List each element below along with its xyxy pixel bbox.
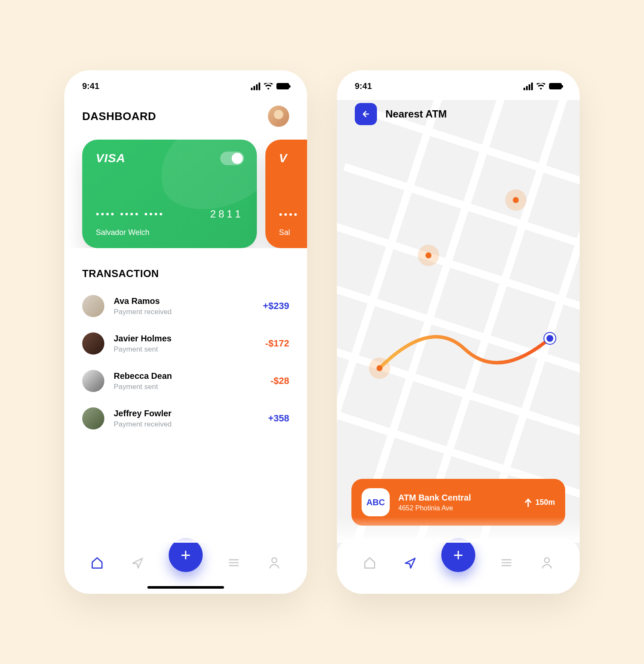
tab-profile[interactable] xyxy=(265,553,284,572)
payment-card-secondary[interactable]: V •••• Sal xyxy=(265,140,307,248)
cards-carousel[interactable]: VISA •••• •••• •••• 2811 Salvador Welch … xyxy=(64,140,307,248)
transaction-avatar xyxy=(82,407,104,429)
page-title: Nearest ATM xyxy=(385,108,447,120)
atm-pin[interactable] xyxy=(369,358,390,379)
page-title: DASHBOARD xyxy=(82,110,156,123)
nearest-atm-screen: 9:41 Nearest ATM ABC ATM Bank Central 46… xyxy=(337,70,580,594)
payment-card-primary[interactable]: VISA •••• •••• •••• 2811 Salvador Welch xyxy=(82,140,257,248)
transaction-amount: -$172 xyxy=(265,338,289,349)
status-bar: 9:41 xyxy=(64,70,307,95)
tab-navigate[interactable] xyxy=(128,553,147,572)
atm-header: Nearest ATM xyxy=(337,95,580,134)
transaction-row[interactable]: Rebecca Dean Payment sent -$28 xyxy=(82,362,289,400)
dashboard-header: DASHBOARD xyxy=(64,95,307,140)
navigate-icon xyxy=(403,556,417,570)
transaction-avatar xyxy=(82,370,104,392)
signal-icon xyxy=(523,83,533,90)
transaction-row[interactable]: Javier Holmes Payment sent -$172 xyxy=(82,325,289,362)
transaction-name: Javier Holmes xyxy=(114,334,256,343)
transactions-title: TRANSACTION xyxy=(64,248,307,287)
plus-icon: + xyxy=(181,547,190,564)
transaction-name: Ava Ramos xyxy=(114,296,253,306)
transaction-avatar xyxy=(82,332,104,355)
transaction-row[interactable]: Ava Ramos Payment received +$239 xyxy=(82,287,289,325)
atm-distance-value: 150m xyxy=(535,498,555,507)
atm-distance: 150m xyxy=(524,498,555,507)
status-time: 9:41 xyxy=(355,81,372,91)
profile-avatar[interactable] xyxy=(268,106,289,127)
transaction-subtitle: Payment sent xyxy=(114,383,261,391)
home-icon xyxy=(363,556,377,570)
transaction-amount: +$239 xyxy=(263,301,289,312)
atm-pin[interactable] xyxy=(505,189,526,211)
transaction-amount: +358 xyxy=(268,413,289,424)
arrow-up-icon xyxy=(524,498,532,507)
status-bar: 9:41 xyxy=(337,70,580,95)
card-holder-name-partial: Sal xyxy=(279,228,290,237)
profile-icon xyxy=(540,556,554,570)
wifi-icon xyxy=(536,83,546,90)
transaction-name: Rebecca Dean xyxy=(114,371,261,381)
signal-icon xyxy=(251,83,260,90)
transaction-subtitle: Payment sent xyxy=(114,345,256,354)
navigate-icon xyxy=(131,556,144,570)
status-icons xyxy=(251,83,289,90)
tab-menu[interactable] xyxy=(497,553,516,572)
transaction-name: Jeffrey Fowler xyxy=(114,409,259,418)
status-icons xyxy=(523,83,562,90)
tab-profile[interactable] xyxy=(538,553,556,572)
atm-address: 4652 Photinia Ave xyxy=(398,504,516,512)
user-location-pin xyxy=(544,333,555,344)
svg-point-11 xyxy=(544,558,549,563)
tab-bar: + xyxy=(64,538,307,594)
home-icon xyxy=(90,556,104,570)
transaction-subtitle: Payment received xyxy=(114,420,259,429)
atm-pin[interactable] xyxy=(418,245,439,266)
card-number-masked: •••• •••• •••• xyxy=(96,209,164,220)
card-number: •••• xyxy=(279,209,307,220)
plus-icon: + xyxy=(453,547,463,564)
atm-name: ATM Bank Central xyxy=(398,493,516,503)
tab-menu[interactable] xyxy=(224,553,243,572)
card-holder-name: Salvador Welch xyxy=(96,228,150,237)
dashboard-screen: 9:41 DASHBOARD VISA •••• •••• •••• 2811 … xyxy=(64,70,307,594)
add-button[interactable]: + xyxy=(169,538,203,572)
transaction-row[interactable]: Jeffrey Fowler Payment received +358 xyxy=(82,400,289,437)
transaction-avatar xyxy=(82,295,104,317)
atm-badge: ABC xyxy=(362,488,390,516)
card-toggle[interactable] xyxy=(220,152,244,165)
home-indicator xyxy=(147,586,224,589)
transaction-amount: -$28 xyxy=(270,375,289,386)
card-brand-logo: V xyxy=(279,152,307,165)
battery-icon xyxy=(276,83,289,89)
card-number: •••• •••• •••• 2811 xyxy=(96,208,243,220)
back-button[interactable] xyxy=(355,103,377,125)
card-number-last4: 2811 xyxy=(210,208,243,220)
menu-icon xyxy=(227,556,241,570)
atm-info-card[interactable]: ABC ATM Bank Central 4652 Photinia Ave 1… xyxy=(351,479,565,526)
tab-navigate[interactable] xyxy=(401,553,420,572)
transaction-subtitle: Payment received xyxy=(114,308,253,316)
transactions-list: Ava Ramos Payment received +$239 Javier … xyxy=(64,287,307,437)
add-button[interactable]: + xyxy=(441,538,475,572)
tab-home[interactable] xyxy=(88,553,106,572)
tab-home[interactable] xyxy=(360,553,379,572)
tab-bar: + xyxy=(337,538,580,594)
menu-icon xyxy=(500,556,513,570)
battery-icon xyxy=(549,83,562,89)
wifi-icon xyxy=(264,83,273,90)
arrow-left-icon xyxy=(361,109,371,119)
profile-icon xyxy=(267,556,281,570)
status-time: 9:41 xyxy=(82,81,99,91)
svg-point-0 xyxy=(272,558,276,563)
